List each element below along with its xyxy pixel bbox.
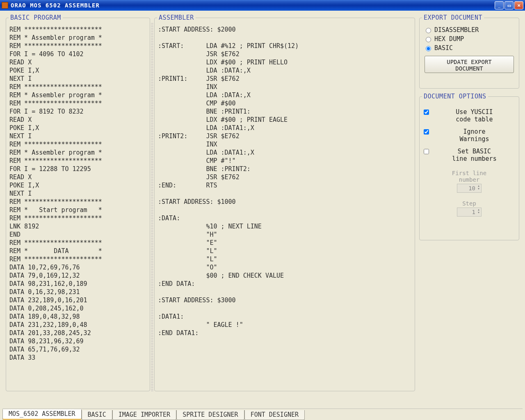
ignore-warnings-label: Ignore Warnings [432, 128, 516, 143]
tab-sprite-designer[interactable]: SPRITE DESIGNER [176, 410, 244, 420]
close-button[interactable]: ✕ [514, 1, 523, 9]
step-label: Step [422, 200, 516, 207]
minimize-button[interactable]: _ [495, 1, 504, 9]
ignore-warnings-checkbox[interactable] [424, 129, 429, 135]
bottom-tabstrip: MOS_6502 ASSEMBLERBASICIMAGE IMPORTERSPR… [2, 409, 523, 420]
spinner-icon: ▲▼ [477, 184, 481, 190]
export-document-panel: EXPORT DOCUMENT DISASSEMBLER HEX DUMP BA… [419, 14, 519, 89]
export-basic-label: BASIC [434, 44, 453, 52]
export-hexdump-label: HEX DUMP [434, 35, 464, 43]
assembler-panel: ASSEMBLER [154, 14, 415, 391]
document-options-panel: DOCUMENT OPTIONS Use YUSCII code table I… [419, 93, 519, 240]
use-yuscii-checkbox[interactable] [424, 110, 429, 115]
export-disassembler-label: DISASSEMBLER [434, 26, 479, 34]
document-options-legend: DOCUMENT OPTIONS [422, 93, 488, 100]
export-disassembler-radio[interactable] [426, 28, 431, 33]
set-basic-linenumbers-label: Set BASIC line numbers [432, 148, 516, 162]
tab-mos-6502-assembler[interactable]: MOS_6502 ASSEMBLER [2, 409, 82, 420]
export-document-legend: EXPORT DOCUMENT [422, 14, 484, 21]
app-icon [2, 2, 8, 9]
assembler-code-area[interactable] [157, 25, 412, 386]
workspace: BASIC PROGRAM ASSEMBLER EXPORT DOCUMENT … [0, 11, 525, 394]
tab-basic[interactable]: BASIC [82, 410, 112, 420]
spinner-icon: ▲▼ [477, 208, 481, 214]
use-yuscii-label: Use YUSCII code table [432, 108, 516, 123]
basic-code-area[interactable] [9, 25, 147, 386]
tab-font-designer[interactable]: FONT DESIGNER [244, 410, 305, 420]
update-export-button[interactable]: UPDATE EXPORT DOCUMENT [425, 56, 514, 73]
set-basic-linenumbers-checkbox[interactable] [424, 149, 429, 154]
export-hexdump-radio[interactable] [426, 37, 431, 42]
basic-program-panel: BASIC PROGRAM [6, 14, 150, 391]
assembler-legend: ASSEMBLER [157, 14, 196, 21]
tab-image-importer[interactable]: IMAGE IMPORTER [112, 410, 176, 420]
window-titlebar: ORAO MOS 6502 ASSEMBLER _ ▭ ✕ [0, 0, 525, 11]
window-title: ORAO MOS 6502 ASSEMBLER [11, 2, 495, 9]
first-line-number-label: First line number [422, 170, 516, 183]
export-basic-radio[interactable] [426, 46, 431, 51]
vertical-splitter[interactable] [151, 23, 153, 392]
maximize-button[interactable]: ▭ [504, 1, 514, 9]
basic-program-legend: BASIC PROGRAM [9, 14, 63, 21]
